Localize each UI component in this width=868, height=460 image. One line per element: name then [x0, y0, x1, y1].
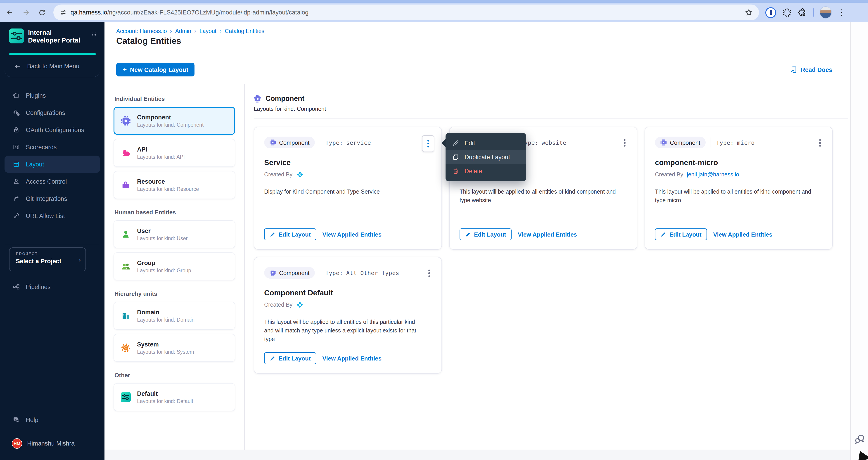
sidebar-item-git-integrations[interactable]: Git Integrations: [4, 190, 100, 207]
chevron-right-icon: ›: [79, 255, 81, 264]
view-applied-entities-link[interactable]: View Applied Entities: [322, 231, 382, 238]
browser-refresh-icon[interactable]: [35, 6, 49, 19]
entity-item-api[interactable]: API Layouts for kind: API: [114, 139, 235, 167]
breadcrumb-admin[interactable]: Admin: [175, 28, 191, 34]
type-text: Type:All Other Types: [325, 269, 399, 276]
sidebar-item-label: Git Integrations: [26, 195, 67, 202]
sidebar-item-scorecards[interactable]: Scorecards: [4, 139, 100, 156]
browser-menu-icon[interactable]: ⋮: [838, 9, 845, 16]
layout-description: This layout will be applied to all entit…: [460, 188, 618, 205]
gear-icon: [121, 343, 131, 353]
password-manager-icon[interactable]: [765, 7, 776, 18]
page-title: Catalog Entities: [116, 36, 181, 46]
menu-item-duplicate-layout[interactable]: Duplicate Layout: [445, 150, 526, 164]
sidebar-item-help[interactable]: ? Help: [4, 411, 100, 428]
scrollbar-gutter[interactable]: [850, 22, 868, 460]
extension-spinner-icon[interactable]: [782, 7, 792, 18]
toolbar-separator: [813, 8, 814, 17]
sidebar-item-pipelines[interactable]: Pipelines: [4, 278, 100, 295]
entity-item-system[interactable]: System Layouts for kind: System: [114, 334, 235, 362]
address-bar[interactable]: qa.harness.io/ng/account/zEaak-FLS425IEO…: [53, 4, 759, 20]
trash-icon: [452, 168, 459, 175]
chip-icon: [270, 270, 276, 276]
browser-back-icon[interactable]: [3, 6, 16, 19]
created-by-row: Created By: [264, 301, 432, 308]
sidebar-item-configurations[interactable]: Configurations: [4, 104, 100, 121]
sidebar-item-plugins[interactable]: Plugins: [4, 87, 100, 104]
entity-item-component[interactable]: Component Layouts for kind: Component: [114, 107, 235, 135]
entity-item-default[interactable]: Default Layouts for kind: Default: [114, 383, 235, 411]
kind-badge: Component: [655, 136, 706, 148]
breadcrumb-layout[interactable]: Layout: [199, 28, 216, 34]
menu-item-label: Delete: [465, 168, 482, 175]
pencil-icon: [660, 232, 666, 237]
breadcrumb-account[interactable]: Account: Harness.io: [116, 28, 167, 34]
sidebar: Internal Developer Portal Back to Main M…: [0, 22, 104, 460]
entity-item-resource[interactable]: Resource Layouts for kind: Resource: [114, 171, 235, 199]
back-arrow-icon: [14, 62, 22, 70]
entity-kind-list: Individual Entities Component Layouts fo…: [114, 84, 235, 415]
browser-forward-icon[interactable]: [19, 6, 33, 19]
entity-item-group[interactable]: Group Layouts for kind: Group: [114, 252, 235, 280]
group-icon: [121, 262, 131, 271]
edit-layout-button[interactable]: Edit Layout: [264, 352, 316, 364]
chip-icon: [254, 95, 261, 102]
edit-layout-button[interactable]: Edit Layout: [460, 228, 512, 240]
group-label-individual: Individual Entities: [115, 95, 235, 102]
entity-item-domain[interactable]: Domain Layouts for kind: Domain: [114, 302, 235, 330]
layout-card-service: Component Type:service Service Created B…: [254, 127, 442, 250]
back-to-main-menu[interactable]: Back to Main Menu: [4, 58, 100, 78]
layout-icon: [13, 160, 20, 168]
user-menu[interactable]: HM Himanshu Mishra: [4, 435, 100, 452]
read-docs-link[interactable]: Read Docs: [790, 66, 832, 73]
plus-icon: +: [123, 65, 127, 73]
created-by-user-link[interactable]: jenil.jain@harness.io: [687, 171, 739, 178]
lock-icon: [13, 126, 20, 133]
breadcrumb-separator: ›: [194, 28, 196, 34]
card-menu-icon[interactable]: [815, 135, 825, 151]
chip-icon: [121, 116, 131, 126]
bookmark-star-icon[interactable]: [745, 9, 753, 16]
person-icon: [13, 178, 20, 185]
sidebar-accent-rule: [9, 53, 96, 55]
layout-description: This layout will be applied to all entit…: [264, 318, 423, 343]
sidebar-item-layout[interactable]: Layout: [4, 156, 100, 173]
sidebar-item-label: Layout: [26, 161, 44, 167]
sidebar-item-access-control[interactable]: Access Control: [4, 173, 100, 190]
sidebar-item-oauth-configurations[interactable]: OAuth Configurations: [4, 121, 100, 139]
card-menu-icon[interactable]: [620, 135, 630, 151]
view-applied-entities-link[interactable]: View Applied Entities: [713, 231, 773, 238]
new-catalog-layout-button[interactable]: + New Catalog Layout: [116, 63, 195, 76]
entity-subtitle: Layouts for kind: Default: [137, 398, 193, 404]
layout-card-component-micro: Component Type:micro component-micro Cre…: [645, 127, 833, 250]
sidebar-item-label: OAuth Configurations: [26, 126, 84, 133]
card-menu-icon[interactable]: [422, 135, 434, 152]
edit-layout-button[interactable]: Edit Layout: [264, 228, 316, 240]
main-content: Account: Harness.io › Admin › Layout › C…: [104, 22, 850, 460]
entity-item-user[interactable]: User Layouts for kind: User: [114, 220, 235, 248]
layout-description: Display for Kind Component and Type Serv…: [264, 188, 423, 196]
view-applied-entities-link[interactable]: View Applied Entities: [322, 355, 382, 362]
browser-profile-avatar[interactable]: [819, 6, 832, 19]
entity-title: Resource: [137, 178, 199, 185]
menu-item-edit[interactable]: Edit: [445, 136, 526, 150]
badge-type-divider: [711, 137, 711, 148]
site-settings-icon[interactable]: [60, 9, 66, 16]
sidebar-item-url-allow-list[interactable]: URL Allow List: [4, 207, 100, 224]
gears-icon: [13, 109, 20, 116]
building-icon: [121, 311, 131, 321]
edit-layout-button[interactable]: Edit Layout: [655, 228, 707, 240]
card-menu-icon[interactable]: [424, 266, 434, 281]
module-grid-icon[interactable]: [90, 29, 98, 37]
project-selector[interactable]: PROJECT Select a Project ›: [9, 247, 86, 271]
sidebar-item-label: Scorecards: [26, 144, 57, 150]
link-icon: [13, 212, 20, 219]
view-applied-entities-link[interactable]: View Applied Entities: [518, 231, 577, 238]
badge-type-divider: [320, 137, 320, 148]
breadcrumb-catalog-entities[interactable]: Catalog Entities: [225, 28, 265, 34]
layout-title: component-micro: [655, 158, 822, 167]
menu-item-delete[interactable]: Delete: [445, 164, 526, 178]
chat-bubbles-icon[interactable]: [854, 433, 866, 445]
pipelines-icon: [13, 283, 20, 290]
extensions-puzzle-icon[interactable]: [798, 8, 807, 17]
